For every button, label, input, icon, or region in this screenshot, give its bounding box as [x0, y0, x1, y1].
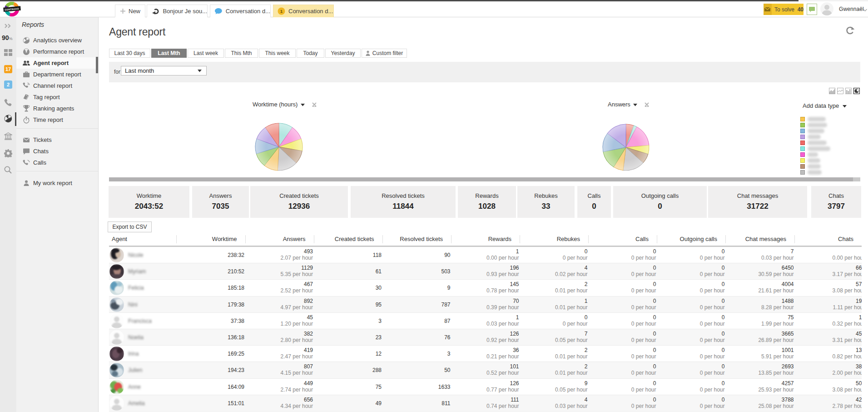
- svg-text:1: 1: [280, 9, 283, 14]
